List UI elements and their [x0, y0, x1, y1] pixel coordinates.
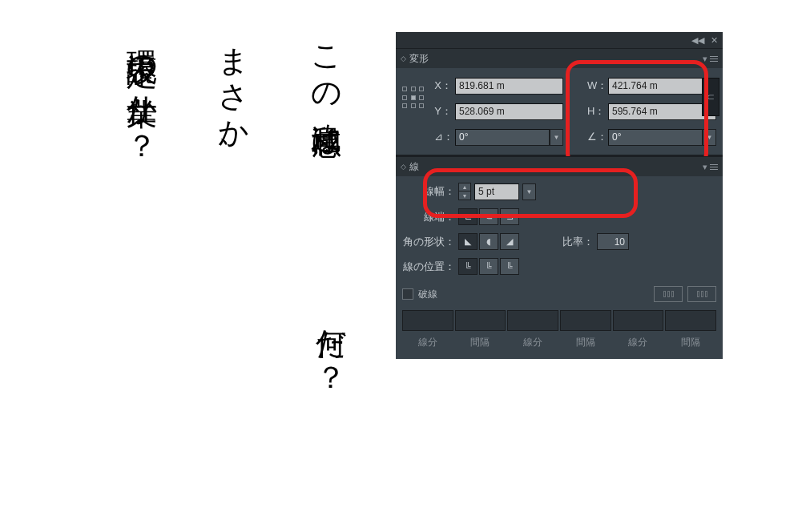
gap-input-3[interactable]	[665, 310, 716, 331]
cap-butt-button[interactable]: ⊏	[458, 208, 478, 225]
ratio-label: 比率：	[562, 235, 594, 249]
dash-align-corners-button[interactable]	[687, 286, 716, 302]
dash-col-label: 線分	[507, 332, 558, 353]
dash-col-label: 間隔	[560, 332, 611, 353]
w-input[interactable]	[608, 78, 716, 95]
panel-menu-icon[interactable]: ▾	[703, 162, 718, 172]
stroke-width-spinner[interactable]: ▲▼	[458, 183, 471, 200]
transform-header[interactable]: ◇ 変形 ▾	[396, 49, 723, 68]
align-center-button[interactable]: ╚	[458, 258, 478, 275]
dash-col-label: 線分	[402, 332, 453, 353]
gap-input-2[interactable]	[560, 310, 611, 331]
dash-input-2[interactable]	[507, 310, 558, 331]
y-input[interactable]	[455, 103, 563, 120]
dashed-label: 破線	[418, 288, 437, 301]
dash-col-label: 間隔	[665, 332, 716, 353]
rotate-input[interactable]	[455, 129, 550, 146]
dash-preserve-exact-button[interactable]	[654, 286, 683, 302]
commentary-line-2: まさか、	[210, 26, 256, 169]
reference-point-selector[interactable]	[402, 87, 426, 111]
join-round-button[interactable]: ◖	[479, 233, 498, 250]
dashed-checkbox[interactable]	[402, 288, 413, 300]
collapse-icon[interactable]: ◀◀	[691, 35, 704, 46]
x-label: X：	[434, 79, 453, 93]
stroke-width-label: 線幅：	[402, 184, 455, 199]
join-bevel-button[interactable]: ◢	[500, 233, 519, 250]
h-label: H：	[587, 104, 607, 119]
cap-round-button[interactable]: ⊂	[479, 208, 498, 225]
h-input[interactable]	[608, 103, 716, 120]
commentary-line-1a: この違和感は	[303, 26, 349, 143]
x-input[interactable]	[455, 78, 563, 95]
close-icon[interactable]: ✕	[711, 35, 718, 46]
stroke-width-dropdown[interactable]: ▼	[522, 183, 536, 200]
commentary-line-1b: 何だ？	[308, 306, 353, 378]
shear-input[interactable]	[608, 129, 703, 146]
rotate-label: ⊿：	[434, 130, 453, 144]
panel-menu-icon[interactable]: ▾	[703, 54, 718, 64]
commentary-line-3: 環境設定の仕業か？	[119, 26, 164, 147]
shear-label: ∠：	[587, 130, 607, 144]
dash-col-label: 線分	[613, 332, 664, 353]
align-label: 線の位置：	[402, 260, 455, 274]
join-miter-button[interactable]: ◣	[458, 233, 478, 250]
align-inside-button[interactable]: ╚	[479, 258, 498, 275]
join-label: 角の形状：	[402, 235, 455, 249]
stroke-title: 線	[409, 160, 419, 174]
stroke-header[interactable]: ◇ 線 ▾	[396, 157, 723, 176]
w-label: W：	[587, 79, 607, 93]
dash-col-label: 間隔	[455, 332, 506, 353]
ratio-input[interactable]	[597, 233, 629, 250]
y-label: Y：	[434, 104, 453, 119]
dash-input-3[interactable]	[613, 310, 664, 331]
stroke-section: ◇ 線 ▾ 線幅： ▲▼ ▼ 線端： ⊏ ⊂ ⊐	[396, 156, 723, 359]
link-wh-button[interactable]: ⊂	[702, 78, 719, 116]
chevron-down-icon: ◇	[401, 54, 406, 62]
cap-label: 線端：	[402, 210, 455, 224]
transform-title: 変形	[409, 52, 429, 66]
shear-dropdown[interactable]: ▼	[703, 129, 716, 146]
stroke-width-input[interactable]	[474, 183, 519, 200]
cap-projecting-button[interactable]: ⊐	[500, 208, 519, 225]
gap-input-1[interactable]	[455, 310, 506, 331]
panel-topbar: ◀◀ ✕	[396, 32, 723, 48]
chevron-down-icon: ◇	[401, 163, 406, 171]
properties-panel: ◀◀ ✕ ◇ 変形 ▾ X：	[396, 32, 723, 359]
rotate-dropdown[interactable]: ▼	[550, 129, 563, 146]
align-outside-button[interactable]: ╚	[500, 258, 519, 275]
dash-input-1[interactable]	[402, 310, 453, 331]
transform-section: ◇ 変形 ▾ X： W： Y：	[396, 48, 723, 155]
